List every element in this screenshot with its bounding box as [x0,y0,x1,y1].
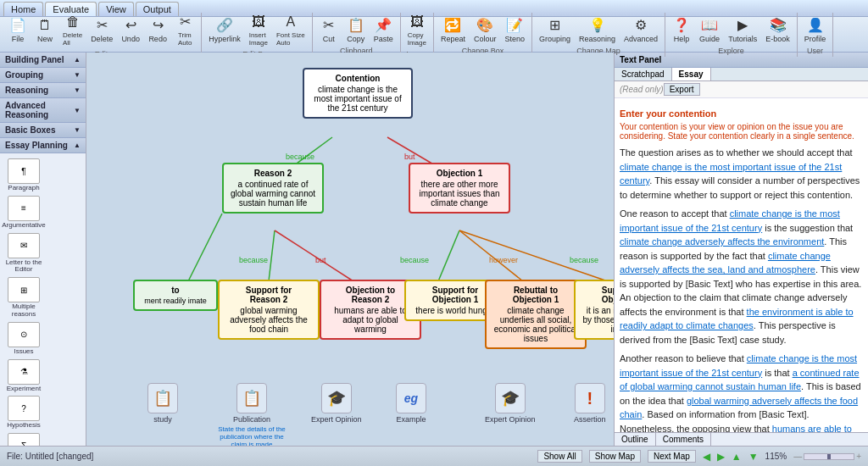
basic-boxes-header[interactable]: Basic Boxes ▼ [0,123,86,138]
tab-outline[interactable]: Outline [615,433,656,446]
ribbon-btn-tutorials[interactable]: ▶ Tutorials [725,14,760,45]
ribbon-btn-delete[interactable]: ✂ Delete [87,14,116,45]
expert1-icon: 🎓 [321,383,352,413]
node-rebuttal-objection1[interactable]: Rebuttal toObjection 1 climate change un… [485,280,587,349]
nav-up-icon[interactable]: ▲ [732,451,742,463]
study-icon: 📋 [147,383,178,413]
bottom-icon-study[interactable]: 📋 study [147,383,178,424]
zoom-indicator: — + [793,452,861,461]
ribbon-btn-redo[interactable]: ↪ Redo [145,14,170,45]
node-contention[interactable]: Contention climate change is the most im… [303,68,413,119]
essay-item-multiple-reasons[interactable]: ⊞ Multiple reasons [5,277,42,319]
ribbon-btn-guide[interactable]: 📖 Guide [696,14,723,45]
node-objection1[interactable]: Objection 1 there are other more importa… [409,163,510,214]
node-to[interactable]: to ment readily imate [133,280,218,311]
ribbon-btn-copy-image[interactable]: 🖼 CopyImage [404,11,430,48]
support-reason2-title: Support forReason 2 [225,286,312,304]
reasoning-header[interactable]: Reasoning ▼ [0,83,86,98]
contention-sub: Your contention is your view or opinion … [620,122,863,141]
ribbon-group-editbox: 🔗 Hyperlink 🖼 InsertImage A Font SizeAut… [202,13,313,57]
ribbon-btn-fontsize[interactable]: A Font SizeAuto [273,11,309,48]
advanced-reasoning-header[interactable]: Advanced Reasoning ▼ [0,98,86,123]
export-button[interactable]: Export [664,83,700,96]
zoom-slider[interactable] [804,453,854,460]
ribbon-btn-paste[interactable]: 📌 Paste [370,14,397,45]
paste-icon: 📌 [374,16,392,35]
ribbon-btn-hyperlink[interactable]: 🔗 Hyperlink [205,14,244,45]
experiment-icon: ⚗ [8,359,40,385]
ribbon-btn-insert-image[interactable]: 🖼 InsertImage [246,11,271,48]
ribbon-btn-file[interactable]: 📄 File [5,14,31,45]
nav-next-icon[interactable]: ▶ [717,451,725,463]
essay-item-paragraph[interactable]: ¶ Paragraph [5,158,42,192]
bottom-icon-publication[interactable]: 📋 Publication State the details of the p… [218,383,286,446]
insert-image-icon: 🖼 [249,13,268,31]
bottom-icon-expert2[interactable]: 🎓 Expert Opinion [485,383,536,424]
label-because-1: because [286,153,314,161]
bottom-icon-expert1[interactable]: 🎓 Expert Opinion [311,383,362,424]
reason2-text: a continued rate of global warming canno… [230,180,316,208]
ribbon-btn-undo[interactable]: ↩ Undo [118,14,143,45]
advanced-icon: ⚙ [632,16,650,35]
tab-essay[interactable]: Essay [672,68,711,80]
grouping-header[interactable]: Grouping ▼ [0,68,86,83]
node-support-reason2[interactable]: Support forReason 2 global warming adver… [218,280,320,340]
nav-prev-icon[interactable]: ◀ [703,451,710,463]
contention-title: Contention [310,74,405,83]
ribbon-group-user: 👤 Profile User [798,13,834,57]
ribbon-btn-ebook[interactable]: 📚 E-book [762,14,793,45]
cut-icon: ✂ [320,16,338,35]
assertion-icon: ! [575,383,605,413]
essay-item-argumentative[interactable]: ≡ Argumentative [5,196,42,230]
tab-comments[interactable]: Comments [656,433,711,446]
show-all-button[interactable]: Show All [537,450,581,463]
ribbon-btn-new[interactable]: 🗒 New [32,14,58,45]
essay-item-hypothesis[interactable]: ? Hypothesis [5,396,42,430]
contention-header: Enter your contention [620,108,863,119]
bottom-icon-assertion[interactable]: ! Assertion [574,383,606,424]
node-reason2[interactable]: Reason 2 a continued rate of global warm… [222,163,324,214]
repeat-icon: 🔁 [443,16,462,35]
bottom-icon-example[interactable]: eg Example [396,383,426,424]
show-map-button[interactable]: Show Map [589,450,641,463]
label-however-1: however [489,256,518,264]
ribbon-btn-trim[interactable]: ✂ TrimAuto [172,11,198,48]
trim-icon: ✂ [175,13,194,31]
essay-item-issues[interactable]: ⊙ Issues [5,322,42,356]
essay-planning-header[interactable]: Essay Planning ▲ [0,138,86,153]
publication-icon: 📋 [236,383,267,413]
status-right: Show All Show Map Next Map ◀ ▶ ▲ ▼ 115% … [537,450,861,463]
right-panel: Text Panel Scratchpad Essay (Read only) … [614,53,868,446]
ribbon-btn-grouping[interactable]: ⊞ Grouping [536,14,574,45]
read-only-label: (Read only) [620,85,664,94]
ribbon-btn-copy[interactable]: 📋 Copy [343,14,369,45]
fontsize-icon: A [281,13,300,31]
nav-down-icon[interactable]: ▼ [748,451,759,463]
ribbon-btn-help[interactable]: ❓ Help [669,14,694,45]
ribbon-btn-delete-all[interactable]: 🗑 DeleteAll [59,11,86,48]
zoom-level: 115% [765,452,787,461]
ribbon-btn-repeat[interactable]: 🔁 Repeat [437,14,469,45]
tab-scratchpad[interactable]: Scratchpad [615,68,672,80]
ribbon-btn-reasoning[interactable]: 💡 Reasoning [576,14,619,45]
right-panel-essay-content: Enter your contention Your contention is… [615,98,868,432]
ribbon-btn-colour[interactable]: 🎨 Colour [470,14,500,45]
node-support-objection2[interactable]: Support forObjection 2 it is an issue pu… [574,280,614,340]
essay-planning-content: ¶ Paragraph ≡ Argumentative ✉ Letter to … [0,153,86,160]
svg-line-3 [275,230,353,281]
hyperlink-icon: 🔗 [215,16,234,35]
ribbon-btn-steno[interactable]: 📝 Steno [501,14,528,45]
ribbon-group-clipboard: ✂ Cut 📋 Copy 📌 Paste Clipboard [313,13,401,57]
ribbon-btn-cut[interactable]: ✂ Cut [316,14,342,45]
label-because-3: because [400,256,429,264]
ribbon-btn-profile[interactable]: 👤 Profile [801,14,830,45]
steno-icon: 📝 [505,16,524,35]
essay-item-letter[interactable]: ✉ Letter to the Editor [5,233,42,275]
essay-item-conclusion[interactable]: Σ Conclusion Summary [5,433,42,446]
objection1-title: Objection 1 [416,169,503,178]
essay-item-experiment[interactable]: ⚗ Experiment [5,359,42,393]
next-map-button[interactable]: Next Map [648,450,696,463]
ebook-icon: 📚 [769,16,787,35]
ribbon-btn-advanced[interactable]: ⚙ Advanced [620,14,661,45]
svg-line-2 [269,230,275,281]
